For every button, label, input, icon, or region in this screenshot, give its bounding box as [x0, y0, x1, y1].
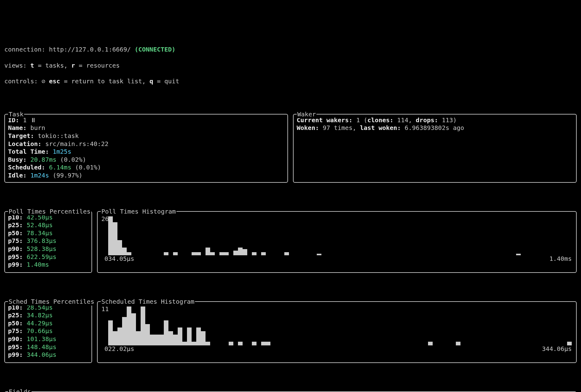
total-time-label: Total Time: — [8, 148, 53, 155]
hist-bar — [196, 327, 201, 345]
hist-bar — [261, 342, 266, 345]
hist-bar — [136, 331, 141, 345]
sched-histogram-title: Scheduled Times Histogram — [101, 298, 195, 306]
percentile-row: p90: 528.38µs — [8, 245, 88, 253]
percentile-row: p90: 101.38µs — [8, 335, 88, 343]
hist-bar — [159, 335, 164, 345]
task-location-label: Location: — [8, 140, 45, 148]
hist-bar — [206, 248, 210, 255]
hist-bar — [117, 240, 122, 255]
hist-bar — [117, 327, 122, 345]
hist-bar — [127, 307, 131, 345]
hist-bar — [229, 342, 233, 345]
hist-bar — [516, 254, 521, 255]
hist-bar — [284, 252, 289, 255]
hist-bar — [108, 216, 113, 255]
percentile-value: 344.06µs — [27, 351, 56, 358]
hist-bar — [178, 327, 182, 345]
percentile-value: 148.48µs — [27, 343, 56, 351]
percentile-value: 70.66µs — [27, 327, 53, 335]
cancel-icon: ⊘ — [41, 77, 49, 85]
hist-bar — [201, 331, 206, 345]
connection-line: connection: http://127.0.0.1:6669/ (CONN… — [4, 46, 577, 54]
waker-panel-title: Waker — [297, 110, 316, 118]
controls-line: controls: ⊘ esc = return to task list, q… — [4, 77, 577, 85]
percentile-label: p50: — [8, 229, 27, 237]
drops-label: drops: — [416, 116, 442, 124]
percentile-label: p95: — [8, 253, 27, 261]
task-target-value: tokio::task — [38, 132, 78, 140]
idle-value: 1m24s — [30, 172, 49, 179]
percentile-label: p75: — [8, 327, 27, 335]
percentile-label: p75: — [8, 237, 27, 244]
connected-status: (CONNECTED) — [134, 46, 175, 53]
views-line: views: t = tasks, r = resources — [4, 62, 577, 70]
hist-bar — [187, 327, 192, 345]
task-target-label: Target: — [8, 132, 38, 140]
hist-bar — [224, 252, 229, 255]
sched-hist-xmax: 344.06µs — [542, 345, 572, 353]
scheduled-label: Scheduled: — [8, 164, 49, 171]
percentile-value: 34.82µs — [27, 311, 53, 319]
hist-bar — [210, 252, 215, 255]
hist-bar — [252, 252, 257, 255]
percentile-value: 622.59µs — [27, 253, 56, 261]
sched-hist-xmin: 22.02µs — [108, 345, 134, 352]
percentile-value: 376.83µs — [27, 237, 56, 244]
total-time-value: 1m25s — [53, 148, 71, 155]
task-panel: Task ID: 1 ⏸ Name: burn Target: tokio::t… — [4, 114, 288, 183]
sched-hist-ymax: 11 — [101, 305, 109, 313]
hist-bar — [252, 342, 257, 345]
percentile-row: p99: 1.40ms — [8, 261, 88, 269]
sched-percentiles-title: Sched Times Percentiles — [8, 298, 95, 306]
percentile-label: p90: — [8, 335, 27, 343]
percentile-row: p75: 70.66µs — [8, 327, 88, 335]
waker-panel: Waker Current wakers: 1 (clones: 114, dr… — [293, 114, 577, 183]
hist-bar — [168, 331, 173, 345]
key-t: t — [30, 62, 34, 69]
percentile-value: 44.29µs — [27, 319, 53, 327]
key-r: r — [71, 62, 75, 69]
idle-label: Idle: — [8, 172, 30, 179]
percentile-label: p90: — [8, 245, 27, 252]
hist-bar — [145, 324, 150, 345]
task-panel-title: Task — [8, 110, 24, 118]
busy-label: Busy: — [8, 156, 30, 163]
pause-icon: ⏸ — [30, 116, 36, 124]
poll-histogram-title: Poll Times Histogram — [101, 207, 176, 215]
hist-bar — [155, 335, 159, 345]
poll-percentiles-title: Poll Times Percentiles — [8, 207, 91, 215]
hist-bar — [150, 335, 155, 345]
percentile-value: 101.38µs — [27, 335, 56, 343]
key-q: q — [150, 77, 153, 85]
poll-percentiles-panel: Poll Times Percentiles p10: 42.50µsp25: … — [4, 211, 92, 273]
hist-bar — [192, 252, 196, 255]
percentile-row: p50: 44.29µs — [8, 319, 88, 327]
poll-hist-bars — [108, 216, 572, 255]
percentile-value: 1.40ms — [27, 261, 49, 268]
hist-bar — [131, 313, 136, 345]
clones-label: clones: — [367, 116, 397, 124]
hist-bar — [113, 222, 117, 255]
hist-bar — [196, 252, 201, 255]
hist-bar — [238, 248, 243, 255]
task-location-value: src/main.rs:40:22 — [45, 140, 108, 148]
hist-bar — [206, 342, 210, 345]
hist-bar — [108, 320, 113, 345]
percentile-row: p25: 52.48µs — [8, 221, 88, 229]
hist-bar — [173, 335, 178, 345]
percentile-label: p99: — [8, 351, 27, 358]
hist-bar — [317, 254, 321, 255]
hist-bar — [113, 331, 117, 345]
hist-bar — [122, 317, 127, 345]
fields-panel-title: Fields — [8, 388, 32, 392]
poll-histogram-panel: Poll Times Histogram 26 034.05µs 1.40ms — [97, 211, 577, 273]
task-name-value: burn — [30, 124, 45, 131]
poll-hist-xmax: 1.40ms — [549, 255, 572, 263]
percentile-row: p95: 148.48µs — [8, 343, 88, 351]
hist-bar — [219, 252, 224, 255]
percentile-label: p99: — [8, 261, 27, 268]
percentile-label: p25: — [8, 311, 27, 319]
percentile-row: p50: 78.34µs — [8, 229, 88, 237]
percentile-value: 52.48µs — [27, 221, 53, 229]
